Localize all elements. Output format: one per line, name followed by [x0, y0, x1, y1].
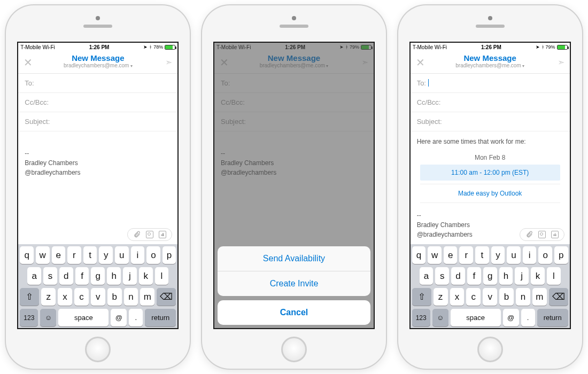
key-z[interactable]: z — [434, 288, 448, 306]
key-k[interactable]: k — [139, 267, 153, 285]
from-account-picker[interactable]: bradleychambers@me.com — [411, 63, 570, 68]
send-availability-option[interactable]: Send Availability — [218, 246, 370, 271]
subject-field[interactable]: Subject: — [411, 112, 570, 131]
delete-key[interactable]: ⌫ — [549, 288, 568, 306]
key-o[interactable]: o — [146, 246, 160, 264]
key-y[interactable]: y — [99, 246, 113, 264]
send-icon[interactable]: ➣ — [165, 57, 172, 67]
key-w[interactable]: w — [428, 246, 442, 264]
key-j[interactable]: j — [123, 267, 137, 285]
key-e[interactable]: e — [444, 246, 458, 264]
key-m[interactable]: m — [532, 288, 547, 306]
key-r[interactable]: r — [67, 246, 81, 264]
key-x[interactable]: x — [450, 288, 465, 306]
message-body[interactable]: Here are some times that work for me: Mo… — [411, 131, 570, 244]
return-key[interactable]: return — [537, 309, 568, 326]
home-button[interactable] — [85, 337, 111, 362]
cancel-button[interactable]: Cancel — [218, 300, 370, 325]
ccbcc-field[interactable]: Cc/Bcc: — [18, 93, 177, 112]
key-u[interactable]: u — [507, 246, 521, 264]
key-s[interactable]: s — [435, 267, 449, 285]
navbar-title: New Message — [18, 53, 177, 63]
paperclip-icon[interactable] — [133, 231, 141, 238]
availability-footer[interactable]: Made easy by Outlook — [420, 184, 560, 203]
carrier-label: T-Mobile Wi-Fi — [413, 44, 447, 50]
at-key[interactable]: @ — [503, 309, 519, 326]
space-key[interactable]: space — [451, 309, 501, 326]
key-x[interactable]: x — [58, 288, 72, 306]
key-g[interactable]: g — [91, 267, 105, 285]
key-h[interactable]: h — [499, 267, 513, 285]
paperclip-icon[interactable] — [525, 231, 533, 238]
key-k[interactable]: k — [531, 267, 545, 285]
key-a[interactable]: a — [27, 267, 41, 285]
to-field[interactable]: To: — [18, 74, 177, 93]
numbers-key[interactable]: 123 — [20, 309, 38, 326]
key-s[interactable]: s — [43, 267, 57, 285]
home-button[interactable] — [281, 337, 307, 362]
dot-key[interactable]: . — [521, 309, 535, 326]
at-key[interactable]: @ — [111, 309, 127, 326]
key-y[interactable]: y — [491, 246, 505, 264]
key-z[interactable]: z — [41, 288, 56, 306]
key-h[interactable]: h — [107, 267, 121, 285]
modal-overlay[interactable]: Send Availability Create Invite Cancel — [214, 43, 374, 328]
key-p[interactable]: p — [554, 246, 568, 264]
emoji-key[interactable]: ☺ — [432, 309, 448, 326]
message-body[interactable]: -- Bradley Chambers @bradleychambers — [18, 131, 177, 244]
calendar-icon[interactable] — [551, 231, 559, 238]
key-n[interactable]: n — [124, 288, 138, 306]
key-c[interactable]: c — [466, 288, 481, 306]
photo-icon[interactable] — [146, 231, 153, 238]
key-o[interactable]: o — [538, 246, 552, 264]
key-i[interactable]: i — [523, 246, 537, 264]
key-d[interactable]: d — [59, 267, 73, 285]
photo-icon[interactable] — [538, 231, 546, 238]
dot-key[interactable]: . — [129, 309, 143, 326]
home-button[interactable] — [477, 337, 503, 362]
key-u[interactable]: u — [115, 246, 129, 264]
space-key[interactable]: space — [58, 309, 109, 326]
key-a[interactable]: a — [420, 267, 434, 285]
close-icon[interactable]: ✕ — [24, 57, 33, 68]
key-j[interactable]: j — [515, 267, 529, 285]
key-g[interactable]: g — [483, 267, 497, 285]
to-field[interactable]: To: — [411, 74, 570, 93]
from-account-picker[interactable]: bradleychambers@me.com — [18, 63, 177, 68]
close-icon[interactable]: ✕ — [416, 57, 425, 68]
key-v[interactable]: v — [91, 288, 105, 306]
key-i[interactable]: i — [131, 246, 145, 264]
ccbcc-field[interactable]: Cc/Bcc: — [411, 93, 570, 112]
key-d[interactable]: d — [451, 267, 465, 285]
key-v[interactable]: v — [483, 288, 497, 306]
key-p[interactable]: p — [163, 246, 176, 264]
key-f[interactable]: f — [467, 267, 481, 285]
key-m[interactable]: m — [140, 288, 154, 306]
key-q[interactable]: q — [412, 246, 426, 264]
subject-field[interactable]: Subject: — [18, 112, 177, 131]
create-invite-option[interactable]: Create Invite — [218, 271, 370, 296]
shift-key[interactable]: ⇧ — [412, 288, 431, 306]
key-b[interactable]: b — [499, 288, 514, 306]
key-t[interactable]: t — [475, 246, 489, 264]
key-w[interactable]: w — [36, 246, 50, 264]
key-l[interactable]: l — [547, 267, 561, 285]
return-key[interactable]: return — [145, 309, 176, 326]
key-f[interactable]: f — [75, 267, 89, 285]
key-t[interactable]: t — [83, 246, 97, 264]
shift-key[interactable]: ⇧ — [20, 288, 39, 306]
numbers-key[interactable]: 123 — [412, 309, 430, 326]
key-l[interactable]: l — [155, 267, 169, 285]
to-input[interactable] — [36, 79, 172, 87]
key-b[interactable]: b — [107, 288, 122, 306]
delete-key[interactable]: ⌫ — [157, 288, 176, 306]
send-icon[interactable]: ➣ — [558, 57, 564, 67]
key-r[interactable]: r — [459, 246, 473, 264]
key-c[interactable]: c — [74, 288, 89, 306]
key-n[interactable]: n — [516, 288, 530, 306]
availability-slot[interactable]: 11:00 am - 12:00 pm (EST) — [420, 165, 560, 181]
key-e[interactable]: e — [52, 246, 66, 264]
key-q[interactable]: q — [20, 246, 34, 264]
emoji-key[interactable]: ☺ — [40, 309, 56, 326]
calendar-icon[interactable] — [159, 231, 166, 238]
